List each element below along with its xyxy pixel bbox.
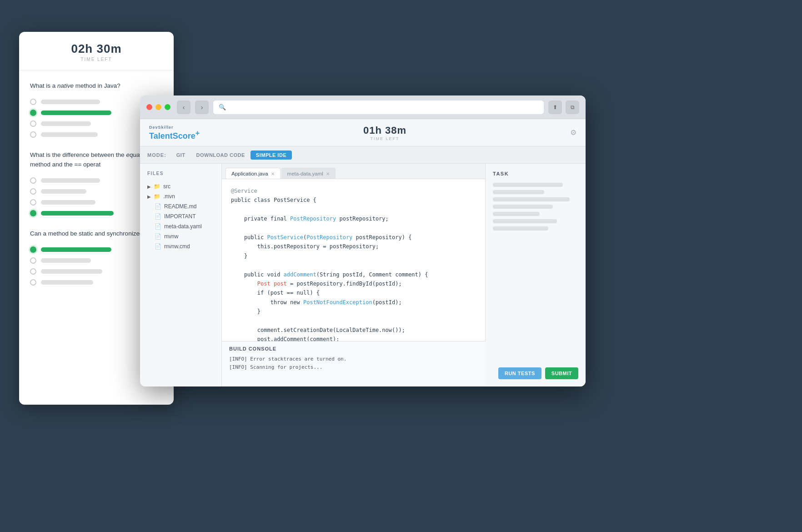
search-icon: 🔍 bbox=[219, 104, 226, 110]
tree-item-label: mvnw bbox=[164, 233, 178, 240]
mode-git[interactable]: GIT bbox=[171, 151, 191, 160]
brand: DevSkiller TalentScore+ bbox=[149, 125, 200, 140]
mode-label: MODE: bbox=[147, 152, 166, 158]
radio-circle[interactable] bbox=[30, 199, 36, 206]
code-line bbox=[231, 261, 476, 270]
code-editor[interactable]: @Service public class PostService { priv… bbox=[222, 179, 485, 341]
chevron-right-icon: ▶ bbox=[147, 184, 151, 189]
tree-item-mvnwcmd[interactable]: 📄 mvnw.cmd bbox=[140, 241, 221, 251]
option-bar bbox=[41, 189, 86, 194]
tab-meta-data-yaml[interactable]: meta-data.yaml ✕ bbox=[281, 168, 336, 179]
task-line bbox=[493, 205, 553, 209]
code-line: @Service bbox=[231, 186, 476, 196]
chevron-right-icon: ▶ bbox=[147, 194, 151, 199]
tree-item-src[interactable]: ▶ 📁 src bbox=[140, 181, 221, 191]
traffic-light-green[interactable] bbox=[165, 104, 170, 110]
mode-download[interactable]: DOWNLOAD CODE bbox=[191, 151, 251, 160]
duplicate-button[interactable]: ⧉ bbox=[566, 100, 579, 114]
option-bar bbox=[41, 258, 91, 263]
quiz-timer: 02h 30m TIME LEFT bbox=[19, 32, 174, 70]
browser-window: ‹ › 🔍 ⬆ ⧉ DevSkiller TalentScore+ 01h 38… bbox=[140, 95, 586, 386]
build-line: [INFO] Error stacktraces are turned on. bbox=[229, 355, 478, 363]
task-line bbox=[493, 197, 570, 201]
forward-button[interactable]: › bbox=[195, 100, 209, 114]
radio-circle-selected[interactable] bbox=[30, 110, 36, 116]
tab-application-java[interactable]: Application.java ✕ bbox=[226, 168, 281, 179]
code-line: this.postRepository = postRepository; bbox=[231, 242, 476, 251]
option-bar-selected bbox=[41, 110, 111, 115]
radio-circle[interactable] bbox=[30, 268, 36, 275]
file-icon: 📄 bbox=[155, 223, 161, 230]
mode-bar: MODE: GIT DOWNLOAD CODE SIMPLE IDE bbox=[140, 146, 586, 164]
brand-name-plain: Talent bbox=[149, 131, 173, 141]
gear-icon[interactable]: ⚙ bbox=[570, 128, 576, 137]
brand-name: TalentScore+ bbox=[149, 130, 200, 140]
radio-circle[interactable] bbox=[30, 188, 36, 195]
file-icon: 📄 bbox=[155, 213, 161, 220]
build-console: BUILD CONSOLE [INFO] Error stacktraces a… bbox=[222, 341, 486, 386]
radio-circle[interactable] bbox=[30, 177, 36, 184]
code-line: throw new PostNotFoundException(postId); bbox=[231, 298, 476, 307]
option-bar bbox=[41, 100, 100, 104]
code-line: if (post == null) { bbox=[231, 288, 476, 297]
editor-tabs: Application.java ✕ meta-data.yaml ✕ bbox=[222, 164, 485, 179]
tab-close-icon[interactable]: ✕ bbox=[326, 171, 330, 176]
traffic-light-red[interactable] bbox=[146, 104, 152, 110]
tree-item-label: src bbox=[163, 183, 170, 190]
radio-circle-selected[interactable] bbox=[30, 246, 36, 253]
code-line: } bbox=[231, 307, 476, 316]
task-panel: TASK RUN TESTS SUBMIT bbox=[486, 164, 586, 386]
mode-simple-ide[interactable]: SIMPLE IDE bbox=[251, 151, 292, 160]
file-icon: 📄 bbox=[155, 233, 161, 240]
tree-item-label: mvnw.cmd bbox=[164, 243, 190, 250]
tree-item-label: .mvn bbox=[163, 193, 175, 200]
radio-circle[interactable] bbox=[30, 257, 36, 264]
brand-plus: + bbox=[195, 129, 200, 137]
tab-close-icon[interactable]: ✕ bbox=[271, 171, 275, 176]
ide-timer: 01h 38m TIME LEFT bbox=[363, 125, 406, 141]
files-title: FILES bbox=[140, 171, 221, 176]
folder-icon: 📁 bbox=[154, 193, 160, 200]
radio-circle[interactable] bbox=[30, 120, 36, 127]
quiz-time: 02h 30m bbox=[19, 42, 174, 56]
option-bar bbox=[41, 121, 91, 126]
share-button[interactable]: ⬆ bbox=[548, 100, 562, 114]
address-bar[interactable]: 🔍 bbox=[213, 100, 544, 114]
build-output: [INFO] Error stacktraces are turned on. … bbox=[229, 355, 478, 371]
radio-circle[interactable] bbox=[30, 279, 36, 286]
code-line: post.addComment(comment); bbox=[231, 335, 476, 341]
folder-icon: 📁 bbox=[154, 183, 160, 190]
editor-column: Application.java ✕ meta-data.yaml ✕ @Ser… bbox=[222, 164, 486, 386]
tree-item-readme[interactable]: 📄 README.md bbox=[140, 201, 221, 211]
option-bar-selected bbox=[41, 211, 114, 216]
tree-item-metadata[interactable]: 📄 meta-data.yaml bbox=[140, 221, 221, 231]
task-line bbox=[493, 190, 544, 194]
option-bar bbox=[41, 200, 95, 205]
submit-button[interactable]: SUBMIT bbox=[545, 367, 578, 379]
file-icon: 📄 bbox=[155, 203, 161, 210]
option-bar bbox=[41, 132, 98, 137]
ide-header: DevSkiller TalentScore+ 01h 38m TIME LEF… bbox=[140, 119, 586, 146]
brand-name-colored: Score bbox=[173, 131, 195, 141]
tree-item-mvn[interactable]: ▶ 📁 .mvn bbox=[140, 191, 221, 201]
radio-circle-selected[interactable] bbox=[30, 210, 36, 216]
radio-circle[interactable] bbox=[30, 99, 36, 105]
traffic-lights bbox=[146, 104, 170, 110]
traffic-light-yellow[interactable] bbox=[155, 104, 161, 110]
option-bar-selected bbox=[41, 247, 111, 252]
tree-item-mvnw[interactable]: 📄 mvnw bbox=[140, 231, 221, 241]
back-button[interactable]: ‹ bbox=[177, 100, 190, 114]
ide-body: FILES ▶ 📁 src ▶ 📁 .mvn 📄 README.md 📄 IMP… bbox=[140, 164, 586, 386]
tree-item-label: IMPORTANT bbox=[164, 213, 196, 220]
task-actions: RUN TESTS SUBMIT bbox=[493, 367, 578, 379]
run-tests-button[interactable]: RUN TESTS bbox=[498, 367, 541, 379]
code-line: private final PostRepository postReposit… bbox=[231, 214, 476, 223]
tree-item-important[interactable]: 📄 IMPORTANT bbox=[140, 211, 221, 221]
brand-top-text: DevSkiller bbox=[149, 125, 200, 130]
browser-chrome: ‹ › 🔍 ⬆ ⧉ bbox=[140, 95, 586, 119]
code-line bbox=[231, 316, 476, 325]
radio-circle[interactable] bbox=[30, 131, 36, 138]
quiz-question-1: What is a native method in Java? bbox=[30, 81, 163, 90]
build-console-title: BUILD CONSOLE bbox=[229, 346, 478, 351]
task-line bbox=[493, 212, 540, 216]
